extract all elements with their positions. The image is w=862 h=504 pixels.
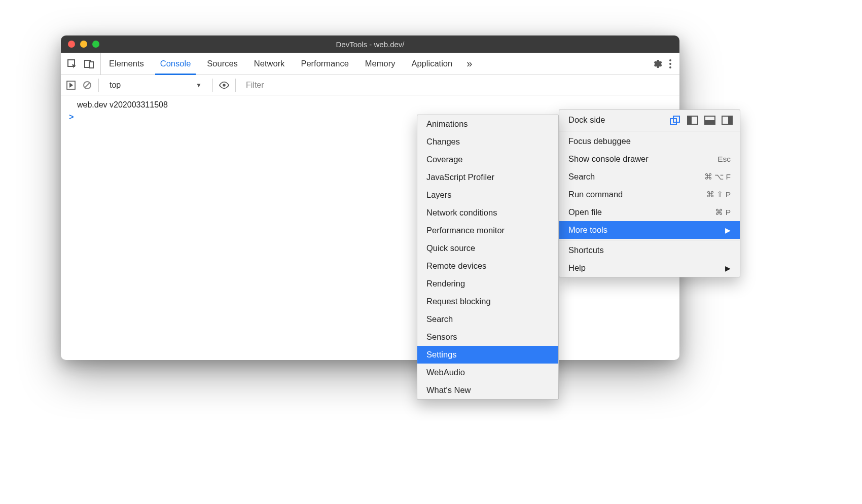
submenu-item-layers[interactable]: Layers — [417, 186, 558, 204]
console-toolbar: top ▼ — [61, 75, 679, 95]
separator — [212, 79, 213, 92]
menu-item-search[interactable]: Search⌘ ⌥ F — [559, 168, 740, 186]
tab-performance[interactable]: Performance — [293, 53, 356, 75]
live-expression-eye-icon[interactable] — [219, 80, 229, 90]
submenu-item-rendering[interactable]: Rendering — [417, 275, 558, 293]
menu-item-focus-debuggee[interactable]: Focus debuggee — [559, 132, 740, 150]
kebab-menu-icon[interactable] — [667, 59, 673, 68]
menu-item-shortcuts[interactable]: Shortcuts — [559, 241, 740, 259]
submenu-arrow-icon: ▶ — [725, 226, 731, 234]
tab-elements[interactable]: Elements — [101, 53, 152, 75]
dropdown-triangle-icon: ▼ — [196, 82, 202, 89]
menu-item-label: Show console drawer — [568, 154, 649, 164]
menu-item-label: Search — [568, 172, 595, 182]
svg-line-5 — [85, 83, 90, 88]
zoom-window-button[interactable] — [92, 41, 99, 48]
separator — [98, 79, 99, 92]
filter-input[interactable] — [242, 79, 674, 92]
tab-memory[interactable]: Memory — [357, 53, 404, 75]
submenu-item-changes[interactable]: Changes — [417, 133, 558, 151]
close-window-button[interactable] — [68, 41, 75, 48]
submenu-item-coverage[interactable]: Coverage — [417, 151, 558, 168]
dock-bottom-icon[interactable] — [704, 116, 715, 125]
svg-point-6 — [223, 84, 225, 86]
dock-undock-icon[interactable] — [670, 116, 681, 125]
more-tools-submenu: AnimationsChangesCoverageJavaScript Prof… — [417, 115, 559, 400]
submenu-item-sensors[interactable]: Sensors — [417, 328, 558, 346]
tab-network[interactable]: Network — [246, 53, 293, 75]
traffic-lights — [61, 41, 99, 48]
window-title: DevTools - web.dev/ — [61, 40, 679, 49]
separator — [235, 79, 236, 92]
menu-separator — [559, 131, 740, 131]
inspect-element-icon[interactable] — [67, 59, 77, 69]
submenu-item-quick-source[interactable]: Quick source — [417, 239, 558, 257]
more-tabs-button[interactable]: » — [460, 53, 478, 75]
tab-console[interactable]: Console — [152, 53, 199, 75]
menu-item-shortcut: ⌘ ⌥ F — [704, 172, 731, 182]
menu-item-label: More tools — [568, 225, 607, 235]
menu-item-run-command[interactable]: Run command⌘ ⇧ P — [559, 186, 740, 203]
device-toolbar-icon[interactable] — [84, 59, 94, 69]
menu-item-more-tools[interactable]: More tools▶ — [559, 221, 740, 239]
submenu-item-remote-devices[interactable]: Remote devices — [417, 257, 558, 275]
submenu-item-request-blocking[interactable]: Request blocking — [417, 293, 558, 310]
submenu-item-animations[interactable]: Animations — [417, 115, 558, 133]
clear-console-icon[interactable] — [82, 80, 92, 90]
submenu-item-javascript-profiler[interactable]: JavaScript Profiler — [417, 168, 558, 186]
tab-sources[interactable]: Sources — [199, 53, 246, 75]
submenu-item-webaudio[interactable]: WebAudio — [417, 364, 558, 381]
devtools-window: DevTools - web.dev/ ElementsConsoleSourc… — [61, 35, 679, 360]
menu-item-label: Focus debuggee — [568, 136, 631, 146]
menu-item-shortcut: ⌘ ⇧ P — [706, 190, 731, 199]
menu-item-label: Open file — [568, 207, 602, 217]
dock-side-row: Dock side — [559, 110, 740, 130]
submenu-item-what-s-new[interactable]: What's New — [417, 381, 558, 399]
panel-tabs: ElementsConsoleSourcesNetworkPerformance… — [101, 53, 460, 75]
menu-item-shortcut: ⌘ P — [715, 208, 731, 217]
minimize-window-button[interactable] — [80, 41, 87, 48]
main-menu: Dock side Focus debuggeeShow console dra… — [559, 110, 740, 277]
menu-item-help[interactable]: Help▶ — [559, 259, 740, 277]
svg-rect-2 — [89, 62, 93, 68]
dock-side-label: Dock side — [568, 115, 605, 125]
dock-left-icon[interactable] — [687, 116, 698, 125]
titlebar: DevTools - web.dev/ — [61, 35, 679, 53]
menu-item-shortcut: Esc — [717, 155, 731, 164]
dock-right-icon[interactable] — [722, 116, 733, 125]
menu-item-label: Run command — [568, 190, 623, 199]
submenu-item-settings[interactable]: Settings — [417, 346, 558, 364]
tab-application[interactable]: Application — [403, 53, 460, 75]
menu-item-label: Help — [568, 263, 586, 273]
menu-item-show-console-drawer[interactable]: Show console drawerEsc — [559, 150, 740, 168]
submenu-item-performance-monitor[interactable]: Performance monitor — [417, 222, 558, 239]
menu-item-label: Shortcuts — [568, 245, 604, 255]
submenu-item-network-conditions[interactable]: Network conditions — [417, 204, 558, 222]
menu-separator — [559, 240, 740, 240]
main-toolbar: ElementsConsoleSourcesNetworkPerformance… — [61, 53, 679, 75]
submenu-item-search[interactable]: Search — [417, 310, 558, 328]
submenu-arrow-icon: ▶ — [725, 264, 731, 272]
execute-icon[interactable] — [66, 80, 76, 90]
settings-gear-icon[interactable] — [652, 59, 662, 69]
menu-item-open-file[interactable]: Open file⌘ P — [559, 203, 740, 221]
context-selector[interactable]: top ▼ — [105, 78, 206, 92]
context-selector-value: top — [110, 81, 121, 90]
